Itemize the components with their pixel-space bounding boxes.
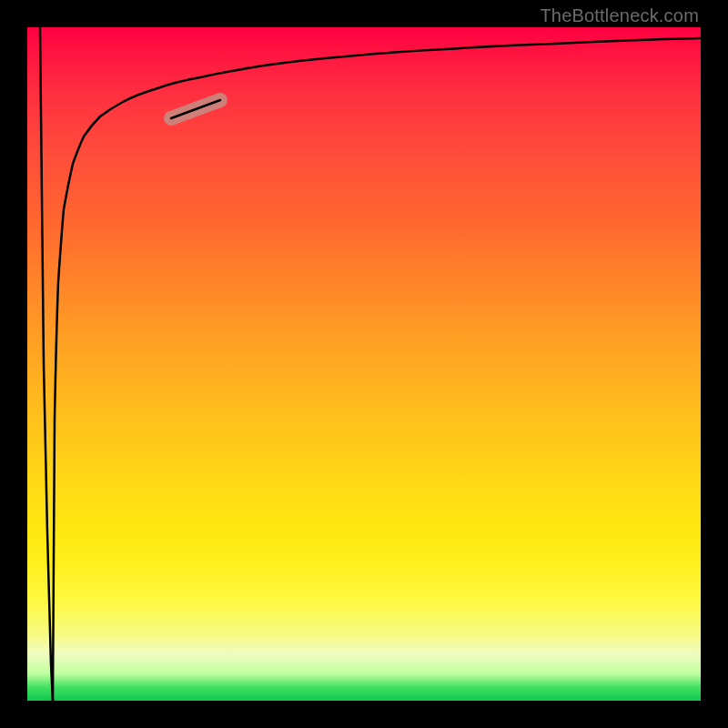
- plot-area: [27, 27, 701, 701]
- heatmap-gradient-background: [27, 27, 701, 701]
- watermark-text: TheBottleneck.com: [540, 5, 699, 26]
- chart-frame: TheBottleneck.com: [0, 0, 728, 728]
